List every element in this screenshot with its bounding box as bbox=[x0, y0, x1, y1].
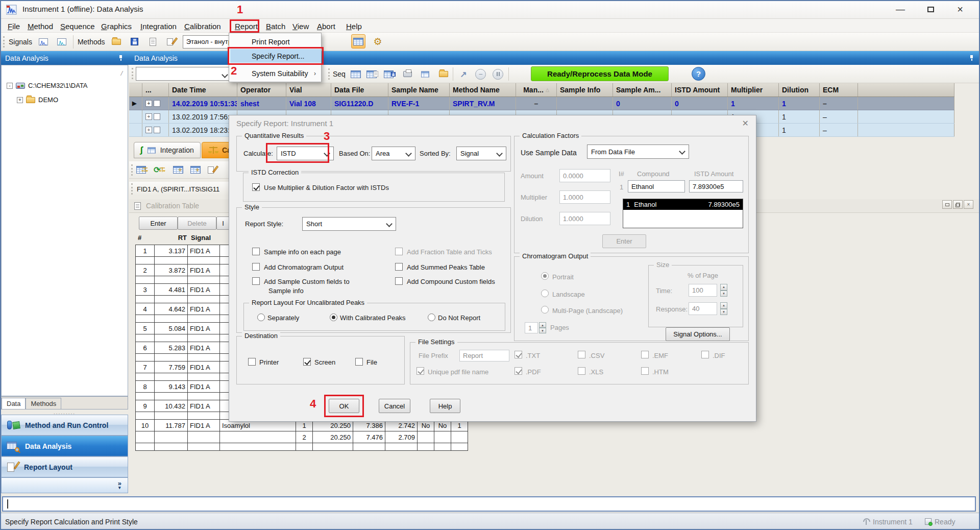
header-dots[interactable]: ... bbox=[142, 83, 169, 97]
header-data-file[interactable]: Data File bbox=[331, 83, 388, 97]
load-signal-button[interactable] bbox=[36, 35, 51, 49]
landscape-radio[interactable] bbox=[541, 290, 549, 297]
response-input[interactable]: 40 bbox=[689, 302, 717, 315]
time-input[interactable]: 100 bbox=[689, 284, 717, 297]
edit-curve-button[interactable] bbox=[205, 163, 219, 177]
menu-batch[interactable]: Batch bbox=[264, 21, 287, 32]
sequence-select[interactable] bbox=[136, 67, 231, 81]
compound-custom-checkbox[interactable] bbox=[395, 277, 403, 285]
header-vial[interactable]: Vial bbox=[286, 83, 331, 97]
edit-method-button[interactable] bbox=[164, 35, 179, 49]
sample-custom-checkbox[interactable] bbox=[252, 277, 260, 285]
sequence-row-selected[interactable]: ▶ + 14.02.2019 10:51:33 shest Vial 108 S… bbox=[129, 97, 954, 110]
htm-checkbox[interactable] bbox=[641, 367, 649, 375]
portrait-radio[interactable] bbox=[541, 272, 549, 280]
expand-icon[interactable]: + bbox=[145, 127, 152, 133]
do-not-report-radio[interactable] bbox=[428, 314, 435, 321]
sample-info-checkbox[interactable] bbox=[252, 248, 260, 255]
recalibrate-button[interactable]: ⟳ bbox=[153, 163, 167, 177]
unique-pdf-checkbox[interactable] bbox=[416, 367, 424, 375]
window-float-icon[interactable] bbox=[953, 200, 963, 209]
expand-icon[interactable]: + bbox=[145, 113, 152, 120]
compound-input[interactable]: Ethanol bbox=[628, 180, 685, 192]
tab-data[interactable]: Data bbox=[2, 398, 26, 409]
tree-node-demo[interactable]: + DEMO bbox=[17, 96, 58, 104]
menu-item-print-report[interactable]: Print Report bbox=[230, 35, 321, 49]
nav-method-run-control[interactable]: Method and Run Control bbox=[1, 415, 128, 436]
amount-input[interactable]: 0.0000 bbox=[559, 169, 610, 182]
save-signal-button[interactable] bbox=[55, 35, 69, 49]
collapse-icon[interactable]: - bbox=[7, 83, 13, 89]
pin-icon[interactable] bbox=[969, 55, 975, 61]
nav-overflow[interactable]: »▾ bbox=[1, 477, 128, 493]
minimize-button[interactable]: — bbox=[886, 0, 915, 18]
csv-checkbox[interactable] bbox=[578, 351, 585, 358]
sorted-by-select[interactable]: Signal bbox=[456, 147, 506, 160]
use-multiplier-checkbox[interactable] bbox=[252, 183, 260, 191]
help-icon[interactable]: ? bbox=[692, 67, 705, 81]
fraction-table-checkbox[interactable] bbox=[395, 248, 403, 255]
screen-checkbox[interactable] bbox=[303, 358, 311, 366]
menu-calibration[interactable]: Calibration bbox=[182, 21, 223, 32]
menu-method[interactable]: Method bbox=[26, 21, 55, 32]
seq-small-table-button[interactable] bbox=[418, 67, 432, 81]
copy-method-button[interactable] bbox=[146, 35, 160, 49]
printer-checkbox[interactable] bbox=[248, 358, 256, 366]
summed-peaks-checkbox[interactable] bbox=[395, 263, 403, 271]
pages-stepper[interactable]: ▲▼ bbox=[539, 322, 546, 333]
help-button[interactable]: Help bbox=[430, 399, 460, 413]
menu-file[interactable]: File bbox=[6, 21, 22, 32]
menu-sequence[interactable]: Sequence bbox=[58, 21, 97, 32]
add-chromatogram-checkbox[interactable] bbox=[252, 263, 260, 271]
row-checkbox[interactable] bbox=[154, 100, 160, 107]
file-checkbox[interactable] bbox=[355, 358, 363, 366]
menu-report[interactable]: Report bbox=[233, 21, 260, 32]
row-checkbox[interactable] bbox=[154, 113, 160, 120]
multiplier-input[interactable]: 1.0000 bbox=[559, 190, 610, 204]
insert-button-partial[interactable]: I bbox=[216, 216, 230, 230]
istd-amount-input[interactable]: 7.89300e5 bbox=[689, 180, 743, 192]
menu-view[interactable]: View bbox=[290, 21, 311, 32]
pages-input[interactable]: 1 bbox=[525, 322, 538, 333]
with-calibrated-radio[interactable] bbox=[330, 314, 337, 321]
header-method-name[interactable]: Method Name bbox=[450, 83, 516, 97]
report-style-select[interactable]: Short bbox=[302, 217, 396, 231]
seq-save-button[interactable] bbox=[383, 67, 398, 81]
tree-node-root[interactable]: - C:\CHEM32\1\DATA bbox=[7, 82, 88, 89]
mode-indicator-button[interactable]: Ready/Reprocess Data Mode bbox=[531, 66, 669, 81]
seq-table-button[interactable] bbox=[349, 67, 363, 81]
calculate-select[interactable]: ISTD bbox=[277, 147, 334, 160]
reprocess-button[interactable]: ↗ bbox=[456, 67, 471, 81]
header-sample-name[interactable]: Sample Name bbox=[388, 83, 450, 97]
txt-checkbox[interactable] bbox=[514, 351, 522, 358]
table-view-toggle[interactable] bbox=[351, 34, 365, 49]
dif-checkbox[interactable] bbox=[701, 351, 709, 358]
command-line-input[interactable] bbox=[2, 496, 976, 512]
menu-integration[interactable]: Integration bbox=[138, 21, 179, 32]
header-multiplier[interactable]: Multiplier bbox=[728, 83, 779, 97]
calc-enter-button[interactable]: Enter bbox=[602, 234, 646, 248]
separately-radio[interactable] bbox=[257, 314, 265, 321]
menu-graphics[interactable]: Graphics bbox=[99, 21, 134, 32]
menu-item-specify-report[interactable]: Specify Report... bbox=[230, 49, 321, 63]
time-stepper[interactable]: ▲▼ bbox=[720, 284, 727, 297]
response-stepper[interactable]: ▲▼ bbox=[720, 302, 727, 315]
add-peaks-button[interactable]: + bbox=[188, 163, 202, 177]
use-sample-data-select[interactable]: From Data File bbox=[587, 144, 689, 159]
header-manual[interactable]: Man...△ bbox=[516, 83, 557, 97]
window-restore-icon[interactable] bbox=[942, 200, 952, 209]
close-button[interactable]: × bbox=[945, 0, 975, 18]
stop-button[interactable]: – bbox=[474, 67, 488, 81]
nav-data-analysis[interactable]: Data Analysis bbox=[1, 436, 128, 456]
menu-item-system-suitability[interactable]: System Suitability › bbox=[230, 66, 321, 80]
pin-icon[interactable] bbox=[118, 55, 124, 61]
maximize-button[interactable] bbox=[916, 0, 945, 18]
settings-button[interactable]: ⚙ bbox=[371, 34, 385, 49]
cancel-button[interactable]: Cancel bbox=[379, 399, 410, 413]
seq-summary-button[interactable]: Σ bbox=[435, 67, 450, 81]
dialog-close-icon[interactable]: ✕ bbox=[742, 118, 749, 128]
ok-button[interactable]: OK bbox=[329, 399, 359, 413]
header-ecm[interactable]: ECM bbox=[820, 83, 858, 97]
seq-print-button[interactable] bbox=[401, 67, 415, 81]
header-sample-amount[interactable]: Sample Am... bbox=[613, 83, 672, 97]
